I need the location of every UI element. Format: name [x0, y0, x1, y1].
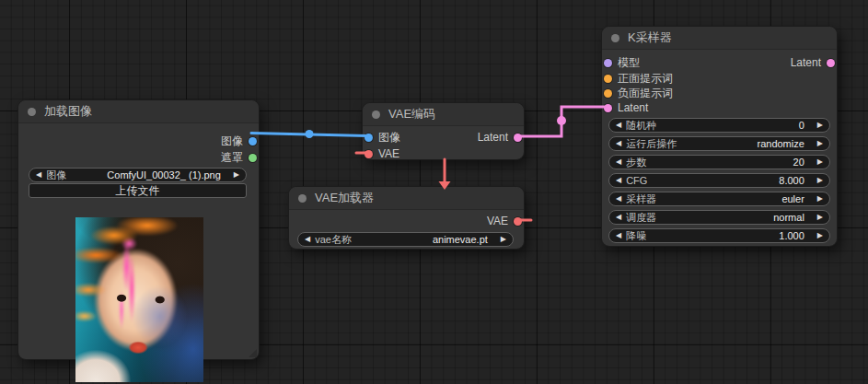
node-body: 模型 正面提示词 负面提示词 Latent Latent ◀ 随机种 0: [602, 50, 837, 246]
decrement-arrow-icon[interactable]: ◀: [616, 140, 621, 147]
node-title: VAE加载器: [315, 190, 374, 206]
collapse-dot-icon[interactable]: [298, 194, 307, 203]
output-slot-latent: Latent: [602, 55, 837, 70]
node-body: 图像 VAE Latent: [363, 126, 524, 159]
node-title-bar[interactable]: VAE编码: [363, 103, 524, 126]
combo-value: animevae.pt: [433, 234, 501, 245]
slot-label: 图像: [221, 134, 243, 149]
increment-arrow-icon[interactable]: ▶: [817, 140, 823, 147]
graph-canvas[interactable]: 加载图像 图像 遮罩 ◀ 图像 ComfyUI_00032_ (1).png ▶…: [0, 0, 868, 384]
widget-scheduler[interactable]: ◀ 调度器 normal ▶: [608, 210, 830, 225]
image-file-combo[interactable]: ◀ 图像 ComfyUI_00032_ (1).png ▶: [29, 168, 247, 182]
conditioning-input-port[interactable]: [604, 75, 612, 83]
latent-output-port[interactable]: [827, 59, 835, 67]
node-title: 加载图像: [44, 103, 92, 120]
widget-sampler-name[interactable]: ◀ 采样器 euler ▶: [608, 192, 830, 206]
vae-output-port[interactable]: [514, 217, 522, 226]
decrement-arrow-icon[interactable]: ◀: [616, 214, 621, 221]
widget-seed[interactable]: ◀ 随机种 0 ▶: [608, 118, 830, 133]
node-vae-encode[interactable]: VAE编码 图像 VAE Latent: [362, 102, 525, 160]
node-vae-loader[interactable]: VAE加载器 VAE ◀ vae名称 animevae.pt ▶: [288, 186, 525, 250]
input-slot-latent: Latent: [602, 100, 837, 115]
decrement-arrow-icon[interactable]: ◀: [616, 122, 621, 129]
slot-label: Latent: [618, 101, 648, 114]
increment-arrow-icon[interactable]: ▶: [817, 214, 823, 221]
link-latent-wire: [518, 107, 604, 136]
node-title-bar[interactable]: VAE加载器: [289, 187, 524, 210]
prev-arrow-icon[interactable]: ◀: [305, 236, 310, 243]
node-body: VAE ◀ vae名称 animevae.pt ▶: [289, 210, 524, 249]
output-slot-mask: 遮罩: [18, 150, 259, 165]
combo-label: 图像: [46, 169, 66, 182]
slot-label: Latent: [791, 56, 821, 69]
widget-steps[interactable]: ◀ 步数 20 ▶: [608, 155, 830, 169]
conditioning-input-port[interactable]: [604, 89, 612, 98]
resize-handle[interactable]: [249, 349, 257, 357]
widget-denoise[interactable]: ◀ 降噪 1.000 ▶: [608, 228, 830, 243]
preview-face-features: [75, 217, 203, 382]
node-title: K采样器: [628, 29, 672, 46]
increment-arrow-icon[interactable]: ▶: [817, 195, 823, 203]
decrement-arrow-icon[interactable]: ◀: [616, 232, 621, 239]
combo-value: ComfyUI_00032_ (1).png: [107, 169, 234, 180]
output-slot-image: 图像: [18, 134, 259, 148]
slot-label: 遮罩: [221, 150, 243, 166]
slot-label: 正面提示词: [618, 71, 673, 87]
collapse-dot-icon[interactable]: [372, 111, 380, 119]
upload-file-button[interactable]: 上传文件: [29, 183, 247, 198]
slot-label: VAE: [487, 215, 508, 227]
link-image-wire: [251, 134, 367, 136]
decrement-arrow-icon[interactable]: ◀: [616, 177, 621, 184]
output-slot-vae: VAE: [289, 214, 524, 228]
mask-output-port[interactable]: [249, 154, 257, 162]
collapse-dot-icon[interactable]: [28, 108, 36, 116]
node-title: VAE编码: [388, 106, 435, 122]
increment-arrow-icon[interactable]: ▶: [817, 122, 823, 129]
input-slot-positive: 正面提示词: [602, 71, 837, 86]
vae-input-port[interactable]: [365, 150, 373, 158]
next-arrow-icon[interactable]: ▶: [234, 171, 239, 179]
vae-name-combo[interactable]: ◀ vae名称 animevae.pt ▶: [297, 232, 514, 247]
prev-arrow-icon[interactable]: ◀: [36, 171, 41, 179]
slot-label: Latent: [478, 131, 508, 144]
link-image-midpoint-dot: [306, 130, 314, 138]
input-slot-vae: VAE: [363, 146, 524, 161]
node-title-bar[interactable]: 加载图像: [18, 100, 259, 123]
node-load-image[interactable]: 加载图像 图像 遮罩 ◀ 图像 ComfyUI_00032_ (1).png ▶…: [17, 99, 260, 360]
image-preview: [75, 217, 203, 382]
collapse-dot-icon[interactable]: [611, 34, 619, 42]
node-title-bar[interactable]: K采样器: [602, 27, 837, 50]
output-slot-latent: Latent: [363, 130, 524, 145]
latent-output-port[interactable]: [514, 134, 522, 142]
combo-label: vae名称: [315, 233, 352, 247]
node-body: 图像 遮罩 ◀ 图像 ComfyUI_00032_ (1).png ▶ 上传文件: [18, 123, 259, 359]
slot-label: VAE: [378, 147, 399, 160]
increment-arrow-icon[interactable]: ▶: [817, 177, 823, 184]
widget-cfg[interactable]: ◀ CFG 8.000 ▶: [608, 173, 830, 188]
increment-arrow-icon[interactable]: ▶: [817, 232, 823, 239]
input-slot-negative: 负面提示词: [602, 86, 837, 100]
image-output-port[interactable]: [249, 137, 257, 145]
widget-control-after-generate[interactable]: ◀ 运行后操作 randomize ▶: [608, 136, 830, 151]
link-latent-midpoint-dot: [557, 116, 566, 125]
decrement-arrow-icon[interactable]: ◀: [616, 195, 621, 203]
slot-label: 负面提示词: [618, 86, 673, 101]
latent-input-port[interactable]: [604, 104, 612, 112]
increment-arrow-icon[interactable]: ▶: [817, 158, 823, 166]
node-ksampler[interactable]: K采样器 模型 正面提示词 负面提示词 Latent Latent: [601, 26, 838, 247]
next-arrow-icon[interactable]: ▶: [501, 236, 506, 243]
decrement-arrow-icon[interactable]: ◀: [616, 158, 621, 166]
